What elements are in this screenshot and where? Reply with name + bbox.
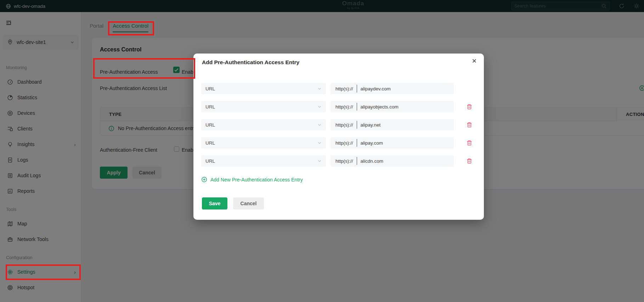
save-button[interactable]: Save	[202, 197, 227, 209]
delete-row-icon[interactable]	[466, 122, 473, 128]
url-input[interactable]: http(s):// alipaydev.com	[331, 83, 454, 94]
modal-cancel-button[interactable]: Cancel	[233, 197, 264, 209]
add-new-entry-link[interactable]: Add New Pre-Authentication Access Entry	[201, 177, 303, 183]
input-divider	[357, 157, 357, 165]
chevron-down-icon	[317, 159, 322, 163]
add-pre-auth-modal: Add Pre-Authentication Access Entry ✕ UR…	[193, 54, 484, 220]
entry-row: URL http(s):// alicdn.com	[201, 155, 476, 167]
chevron-down-icon	[317, 86, 322, 91]
url-input[interactable]: http(s):// alipay.net	[331, 119, 454, 130]
entry-row: URL http(s):// alipaydev.com	[201, 83, 476, 94]
modal-title: Add Pre-Authentication Access Entry	[202, 59, 299, 66]
type-select[interactable]: URL	[201, 101, 326, 112]
input-divider	[357, 103, 357, 111]
chevron-down-icon	[317, 123, 322, 127]
input-divider	[357, 85, 357, 93]
url-input[interactable]: http(s):// alipay.com	[331, 137, 454, 149]
type-select[interactable]: URL	[201, 119, 326, 130]
url-input[interactable]: http(s):// alipayobjects.com	[331, 101, 454, 112]
plus-circle-icon	[201, 177, 207, 183]
entry-row: URL http(s):// alipay.com	[201, 137, 476, 149]
entry-row: URL http(s):// alipayobjects.com	[201, 101, 476, 112]
chevron-down-icon	[317, 141, 322, 145]
chevron-down-icon	[317, 105, 322, 109]
input-divider	[357, 121, 357, 129]
url-input[interactable]: http(s):// alicdn.com	[331, 155, 454, 167]
type-select[interactable]: URL	[201, 155, 326, 167]
close-icon[interactable]: ✕	[472, 58, 477, 65]
delete-row-icon[interactable]	[466, 104, 473, 110]
input-divider	[357, 139, 357, 147]
entry-row: URL http(s):// alipay.net	[201, 119, 476, 130]
type-select[interactable]: URL	[201, 83, 326, 94]
delete-row-icon[interactable]	[466, 140, 473, 146]
delete-row-icon[interactable]	[466, 158, 473, 164]
type-select[interactable]: URL	[201, 137, 326, 149]
